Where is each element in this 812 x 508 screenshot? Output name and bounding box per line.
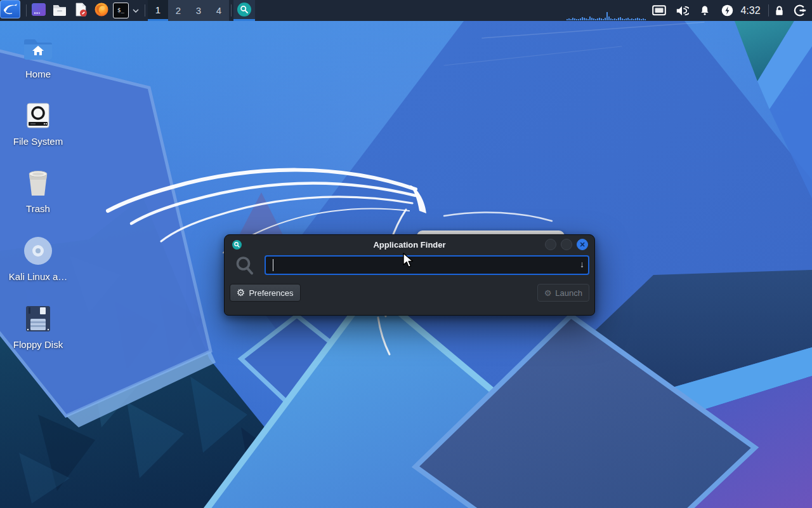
panel-separator: [145, 4, 145, 17]
folder-icon: [52, 2, 67, 20]
logout-icon[interactable]: [792, 3, 808, 18]
power-manager-icon[interactable]: [719, 3, 735, 18]
titlebar[interactable]: Application Finder ✕: [225, 235, 594, 254]
desktop-icon-home[interactable]: Home: [0, 33, 76, 79]
close-button[interactable]: ✕: [577, 239, 588, 250]
launch-gear-icon: ⚙: [544, 289, 552, 297]
display-icon[interactable]: [651, 3, 667, 18]
firefox-icon: [94, 2, 109, 20]
trash-can-icon: [0, 168, 76, 198]
panel-separator: [768, 4, 769, 17]
optical-disc-icon: [0, 236, 76, 266]
desktop-icon-label: File System: [0, 136, 76, 147]
search-input[interactable]: [265, 255, 589, 275]
launch-button[interactable]: ⚙ Launch: [537, 284, 589, 302]
floppy-disk-icon: [0, 304, 76, 334]
desktop-icon-label: Floppy Disk: [0, 339, 76, 350]
home-folder-icon: [0, 33, 76, 64]
notifications-bell-icon[interactable]: [697, 3, 712, 18]
purple-window-icon: [31, 2, 46, 20]
mouse-cursor: [402, 253, 416, 272]
desktop-icon-kali-cd[interactable]: Kali Linux a…: [0, 236, 76, 282]
desktop-icon-label: Trash: [0, 203, 76, 214]
chevron-down-icon: [133, 9, 139, 13]
launch-label: Launch: [555, 288, 582, 298]
desktop-icon-label: Kali Linux a…: [0, 271, 76, 282]
app-finder-launcher[interactable]: [233, 0, 255, 21]
lock-icon[interactable]: [771, 3, 787, 18]
launcher-purple-app[interactable]: [30, 3, 46, 18]
clock[interactable]: 4:32: [735, 0, 766, 21]
desktop-icon-trash[interactable]: Trash: [0, 168, 76, 214]
preferences-button[interactable]: ⚙ Preferences: [230, 284, 301, 302]
workspace-1-button[interactable]: 1: [148, 0, 168, 21]
preferences-label: Preferences: [249, 288, 293, 298]
maximize-button[interactable]: [561, 239, 572, 250]
top-panel: $_ 1 2 3 4: [0, 0, 812, 21]
volume-icon[interactable]: [674, 3, 690, 18]
cpu-graph[interactable]: [566, 11, 646, 20]
terminal-dropdown[interactable]: [131, 0, 141, 21]
search-icon: [235, 256, 254, 279]
dropdown-arrow-icon[interactable]: ↓: [580, 260, 584, 269]
kali-logo-icon: [3, 1, 18, 18]
launcher-terminal[interactable]: $_: [113, 3, 129, 18]
application-finder-window: Application Finder ✕ ↓ ⚙ Preferences ⚙ L…: [224, 234, 595, 316]
applications-menu-button[interactable]: [0, 0, 20, 18]
workspace-4-button[interactable]: 4: [209, 0, 229, 21]
panel-separator: [26, 4, 27, 17]
window-title: Application Finder: [225, 240, 594, 250]
launcher-firefox[interactable]: [93, 3, 109, 18]
desktop-icon-file-system[interactable]: File System: [0, 100, 76, 147]
desktop-icon-floppy-disk[interactable]: Floppy Disk: [0, 304, 76, 350]
text-caret: [273, 259, 273, 271]
launcher-file-manager[interactable]: [51, 3, 67, 18]
hard-drive-icon: [0, 100, 76, 131]
desktop-icon-label: Home: [0, 69, 76, 79]
workspace-2-button[interactable]: 2: [168, 0, 188, 21]
panel-separator: [231, 4, 232, 17]
gear-icon: ⚙: [237, 288, 245, 298]
document-edit-icon: [73, 2, 88, 20]
launcher-text-editor[interactable]: [72, 3, 88, 18]
workspace-3-button[interactable]: 3: [188, 0, 209, 21]
terminal-icon: $_: [117, 8, 124, 13]
minimize-button[interactable]: [545, 239, 556, 250]
magnifier-teal-icon: [237, 3, 251, 17]
